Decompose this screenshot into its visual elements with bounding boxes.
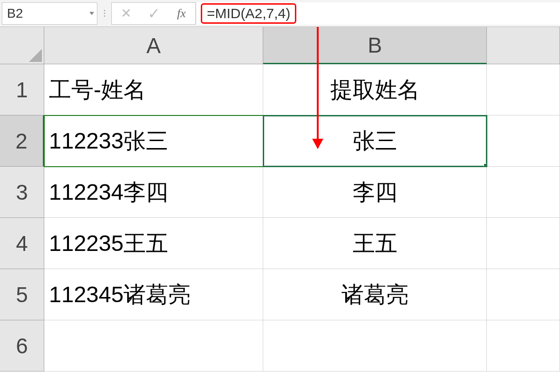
cell-a2[interactable]: 112233张三 [44, 115, 263, 167]
cell-c6[interactable] [487, 320, 560, 372]
chevron-down-icon[interactable] [89, 12, 94, 15]
enter-button[interactable]: ✓ [140, 2, 168, 25]
divider-icon [97, 10, 111, 17]
cell-c1[interactable] [487, 64, 560, 115]
cell-c3[interactable] [487, 167, 560, 218]
formula-input[interactable]: =MID(A2,7,4) [196, 2, 560, 25]
table-row: 112234李四 李四 [44, 167, 560, 218]
column-headers: A B [44, 27, 560, 64]
row-headers: 1 2 3 4 5 6 [0, 64, 44, 392]
select-all-corner[interactable] [0, 27, 44, 64]
arrow-annotation-icon [317, 27, 319, 148]
cell-b1[interactable]: 提取姓名 [263, 64, 487, 115]
formula-bar: B2 ✕ ✓ fx =MID(A2,7,4) [0, 0, 560, 27]
cell-a3[interactable]: 112234李四 [44, 167, 263, 218]
cancel-button[interactable]: ✕ [112, 2, 140, 25]
column-header-empty[interactable] [487, 27, 560, 64]
cell-c4[interactable] [487, 218, 560, 269]
cell-a1[interactable]: 工号-姓名 [44, 64, 263, 115]
cell-b2[interactable]: 张三 [263, 115, 487, 167]
cell-b6[interactable] [263, 320, 487, 372]
formula-text: =MID(A2,7,4) [201, 3, 296, 24]
table-row: 工号-姓名 提取姓名 [44, 64, 560, 115]
row-header-5[interactable]: 5 [0, 269, 44, 320]
fx-button[interactable]: fx [168, 2, 196, 25]
cell-b5[interactable]: 诸葛亮 [263, 269, 487, 320]
table-row: 112235王五 王五 [44, 218, 560, 269]
column-header-b[interactable]: B [263, 27, 487, 64]
row-header-1[interactable]: 1 [0, 64, 44, 115]
row-header-4[interactable]: 4 [0, 218, 44, 269]
table-row: 112233张三 张三 [44, 115, 560, 167]
row-header-2[interactable]: 2 [0, 115, 44, 167]
row-header-6[interactable]: 6 [0, 320, 44, 372]
name-box-value: B2 [7, 6, 23, 21]
cell-grid: 工号-姓名 提取姓名 112233张三 张三 112234李四 李四 11223… [44, 64, 560, 392]
cell-a6[interactable] [44, 320, 263, 372]
cell-a4[interactable]: 112235王五 [44, 218, 263, 269]
cell-c2[interactable] [487, 115, 560, 167]
row-header-3[interactable]: 3 [0, 167, 44, 218]
table-row [44, 320, 560, 372]
table-row: 112345诸葛亮 诸葛亮 [44, 269, 560, 320]
cell-b4[interactable]: 王五 [263, 218, 487, 269]
cell-b3[interactable]: 李四 [263, 167, 487, 218]
spreadsheet-grid: A B 1 2 3 4 5 6 工号-姓名 提取姓名 112233张三 张三 1… [0, 27, 560, 392]
column-header-a[interactable]: A [44, 27, 263, 64]
cell-c5[interactable] [487, 269, 560, 320]
name-box[interactable]: B2 [2, 2, 97, 25]
formula-controls: ✕ ✓ fx [111, 2, 196, 25]
cell-a5[interactable]: 112345诸葛亮 [44, 269, 263, 320]
